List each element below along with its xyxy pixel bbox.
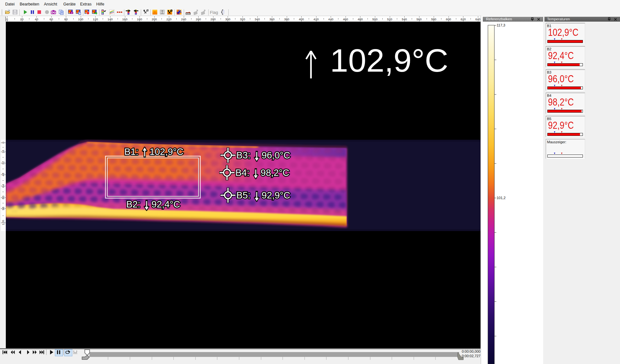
svg-text:98,2°C: 98,2°C — [261, 167, 289, 178]
svg-text:92,9°C: 92,9°C — [262, 190, 290, 200]
svg-text:92,4°C: 92,4°C — [151, 199, 180, 209]
svg-text:102,9°C: 102,9°C — [150, 147, 183, 157]
svg-text:B1:: B1: — [124, 147, 139, 157]
svg-text:96,0°C: 96,0°C — [262, 150, 290, 160]
svg-text:B4:: B4: — [235, 167, 250, 178]
svg-text:B3:: B3: — [236, 150, 251, 160]
svg-text:B2:: B2: — [126, 199, 140, 209]
svg-text:102,9°C: 102,9°C — [330, 42, 448, 78]
svg-text:B5:: B5: — [236, 190, 251, 200]
